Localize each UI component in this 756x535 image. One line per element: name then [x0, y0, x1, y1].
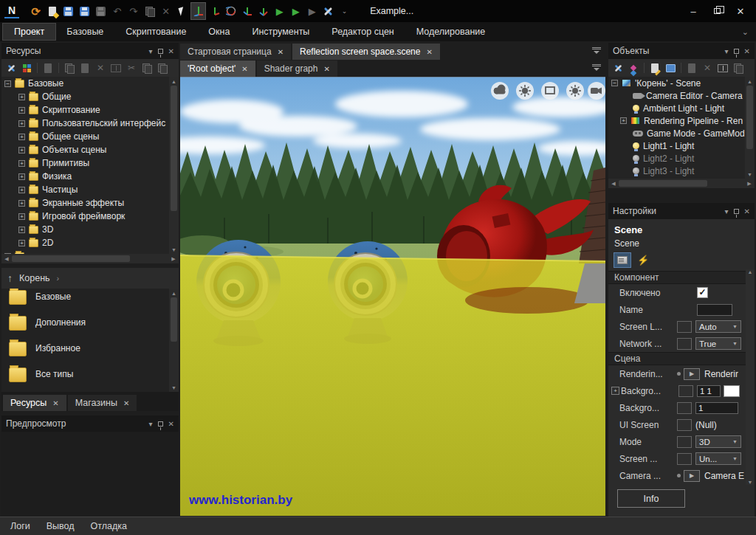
scrollbar-thumb[interactable]	[171, 86, 177, 211]
tree-row[interactable]: +Rendering Pipeline - Ren	[608, 114, 755, 127]
tree-row[interactable]: Ambient Light - Light	[608, 102, 755, 114]
tree-row[interactable]: Game Mode - GameMod	[608, 127, 755, 139]
rename-button[interactable]	[109, 61, 123, 75]
pin-icon[interactable]	[158, 421, 163, 427]
enabled-checkbox[interactable]: ✓	[697, 287, 708, 298]
network-dropdown[interactable]: True▼	[695, 337, 741, 350]
screen-dropdown[interactable]: Un...▼	[695, 452, 741, 465]
tree-row[interactable]: +Частицы	[1, 183, 179, 196]
default-box[interactable]	[677, 321, 692, 333]
status-tab-output[interactable]: Вывод	[47, 521, 75, 531]
pin-icon[interactable]	[734, 209, 739, 214]
resources-categories-button[interactable]	[20, 61, 33, 75]
menu-windows[interactable]: Окна	[197, 24, 241, 40]
expand-icon[interactable]: +	[18, 94, 25, 100]
info-button[interactable]: Info	[617, 489, 685, 508]
edit-object-button[interactable]	[648, 61, 662, 75]
scroll-down-icon[interactable]: ▼	[171, 383, 176, 392]
refresh-button[interactable]: ⟳	[29, 3, 43, 19]
tab-list-menu-icon[interactable]	[592, 47, 601, 55]
pin-icon[interactable]	[158, 49, 163, 54]
scroll-up-icon[interactable]: ▲	[171, 289, 176, 297]
close-icon[interactable]: ✕	[241, 65, 247, 73]
reference-button[interactable]: ▶	[684, 470, 700, 482]
breadcrumb-next-icon[interactable]: ›	[57, 274, 60, 283]
tree-row[interactable]: +Пользовательский интерфейс	[1, 117, 179, 130]
rotate-tool-button[interactable]	[207, 3, 221, 19]
tree-row[interactable]: +Общее сцены	[1, 130, 179, 143]
expand-icon[interactable]: +	[18, 227, 25, 233]
close-icon[interactable]: ✕	[123, 399, 129, 407]
move-tool-button[interactable]	[191, 3, 205, 19]
close-icon[interactable]: ✕	[744, 47, 750, 55]
status-tab-logs[interactable]: Логи	[10, 521, 30, 531]
default-box[interactable]	[677, 338, 692, 350]
play-button-2[interactable]: ▶	[289, 3, 303, 19]
rotation-sphere-button[interactable]	[224, 3, 238, 19]
tab-start-page[interactable]: Стартовая страница✕	[180, 44, 291, 60]
resources-tree-hscrollbar[interactable]: ◀ ▶	[1, 254, 179, 263]
close-window-button[interactable]: ✕	[729, 2, 752, 20]
list-item[interactable]: Избранное	[1, 340, 179, 366]
scroll-up-icon[interactable]: ▲	[171, 77, 176, 86]
toolbar-overflow-button[interactable]: ⌄	[337, 3, 351, 19]
list-item[interactable]: Дополнения	[1, 314, 179, 340]
minimize-button[interactable]: –	[682, 2, 704, 20]
scroll-right-icon[interactable]: ▶	[170, 256, 177, 262]
restore-button[interactable]	[706, 2, 728, 20]
expand-icon[interactable]: +	[620, 117, 627, 124]
expand-icon[interactable]: +	[18, 147, 25, 153]
tree-row[interactable]: −Базовые	[1, 77, 179, 90]
reference-button[interactable]: ▶	[684, 368, 700, 380]
select-tool-button[interactable]	[175, 3, 189, 19]
objects-tree-vscrollbar[interactable]: ▲ ▼	[745, 77, 755, 179]
new-component-button[interactable]	[664, 61, 677, 75]
tree-row[interactable]: +Скриптование	[1, 103, 179, 117]
new-folder-button[interactable]	[63, 61, 76, 75]
menu-modeling[interactable]: Моделирование	[405, 24, 497, 40]
default-box[interactable]	[677, 453, 692, 465]
expand-icon[interactable]: +	[18, 134, 25, 140]
delete-button[interactable]: ✕	[159, 3, 173, 19]
tab-list-menu-icon[interactable]	[592, 64, 601, 72]
scrollbar-thumb[interactable]	[746, 86, 753, 149]
default-box[interactable]	[677, 436, 692, 448]
objects-transform-button[interactable]	[627, 61, 640, 75]
scroll-down-icon[interactable]: ▼	[171, 245, 176, 254]
scrollbar-thumb[interactable]	[619, 180, 707, 187]
collapse-icon[interactable]: −	[611, 80, 618, 86]
expand-icon[interactable]: +	[18, 187, 25, 193]
tree-row[interactable]: +2D	[1, 236, 179, 249]
tree-row[interactable]: −'Корень' - Scene	[608, 77, 755, 89]
tree-row-partial[interactable]: −	[1, 249, 179, 254]
expand-icon[interactable]: +	[18, 160, 25, 167]
scroll-left-icon[interactable]: ◀	[3, 256, 10, 262]
tree-row[interactable]: +Примитивы	[1, 156, 179, 170]
close-icon[interactable]: ✕	[52, 399, 58, 407]
delete-resource-button[interactable]: ✕	[94, 61, 107, 75]
background2-input[interactable]	[695, 402, 738, 414]
default-box[interactable]	[678, 385, 693, 397]
tree-row[interactable]: +Физика	[1, 170, 179, 183]
default-box[interactable]	[677, 402, 692, 414]
tree-row[interactable]: +Экранные эффекты	[1, 196, 179, 210]
scene-viewport[interactable]: www.historian.by	[180, 77, 605, 515]
tools-button[interactable]	[321, 3, 335, 19]
tree-row[interactable]: +Общие	[1, 90, 179, 103]
screen-label-dropdown[interactable]: Auto▼	[695, 320, 741, 333]
scroll-right-icon[interactable]: ▶	[746, 181, 753, 187]
save-button[interactable]	[61, 3, 75, 19]
expand-icon[interactable]: +	[18, 240, 25, 246]
tree-row[interactable]: +3D	[1, 223, 179, 236]
tree-row[interactable]: +Игровой фреймворк	[1, 210, 179, 223]
color-swatch[interactable]	[724, 385, 740, 397]
transform-tool-button[interactable]	[256, 3, 270, 19]
background-color-input[interactable]	[697, 385, 721, 397]
close-icon[interactable]: ✕	[426, 48, 432, 56]
close-icon[interactable]: ✕	[168, 47, 174, 55]
tree-row[interactable]: Camera Editor - Camera	[608, 89, 755, 102]
up-arrow-icon[interactable]: ↑	[7, 272, 13, 284]
menu-basic[interactable]: Базовые	[55, 24, 114, 40]
video-camera-icon[interactable]	[591, 88, 602, 94]
delete-object-button[interactable]: ✕	[701, 61, 714, 75]
